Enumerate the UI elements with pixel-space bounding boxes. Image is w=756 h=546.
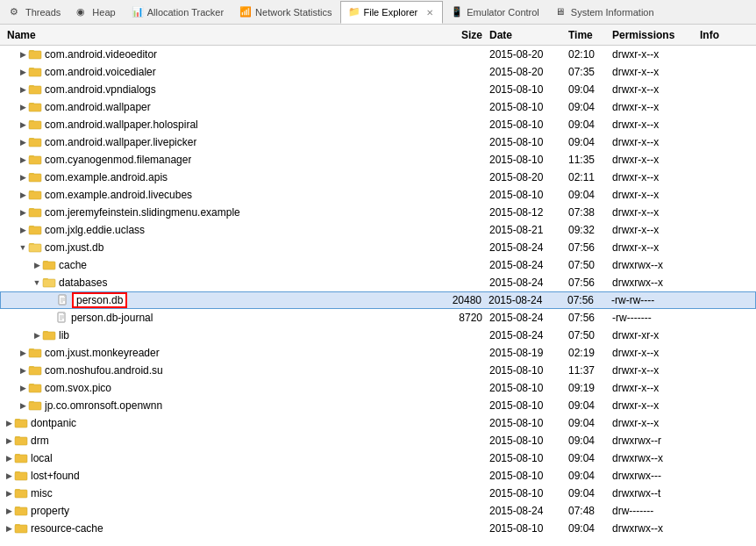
expand-button[interactable]: ▶ <box>4 523 14 534</box>
tab-heap[interactable]: ◉Heap <box>68 1 123 24</box>
file-name-cell: ▶com.jeremyfeinstein.slidingmenu.example <box>4 206 437 219</box>
table-row[interactable]: ▶com.noshufou.android.su2015-08-1011:37d… <box>0 362 756 379</box>
table-row[interactable]: person.db204802015-08-2407:56-rw-rw---- <box>0 291 756 309</box>
tab-bar: ⚙Threads◉Heap📊Allocation Tracker📶Network… <box>0 0 756 25</box>
svg-rect-27 <box>43 279 55 287</box>
expand-button[interactable]: ▶ <box>32 330 42 341</box>
expand-button[interactable]: ▶ <box>18 102 28 112</box>
svg-rect-25 <box>43 262 55 269</box>
table-row[interactable]: ▶com.jxust.monkeyreader2015-08-1902:19dr… <box>0 344 756 362</box>
expand-button[interactable]: ▼ <box>32 277 42 288</box>
table-row[interactable]: ▶misc2015-08-1009:04drwxrwx--t <box>0 485 756 502</box>
expand-button[interactable]: ▶ <box>18 49 28 60</box>
network-icon: 📶 <box>239 6 252 18</box>
file-permissions: drwxr-x--x <box>612 83 700 96</box>
expand-button[interactable]: ▶ <box>18 137 28 147</box>
table-row[interactable]: ▶property2015-08-2407:48drw------- <box>0 502 756 520</box>
table-row[interactable]: ▶local2015-08-1009:04drwxrwx--x <box>0 449 756 467</box>
table-row[interactable]: ▶cache2015-08-2407:50drwxrwx--x <box>0 256 756 274</box>
file-date: 2015-08-10 <box>489 452 568 464</box>
file-permissions: drwxr-x--x <box>612 189 700 201</box>
file-name-cell: ▶com.example.android.livecubes <box>4 189 437 201</box>
expand-button[interactable]: ▶ <box>18 67 28 77</box>
table-row[interactable]: ▶com.android.voicedialer2015-08-2007:35d… <box>0 63 756 81</box>
table-row[interactable]: ▼databases2015-08-2407:56drwxrwx--x <box>0 274 756 291</box>
table-row[interactable]: ▶com.svox.pico2015-08-1009:19drwxr-x--x <box>0 379 756 397</box>
file-date: 2015-08-21 <box>489 224 568 236</box>
table-row[interactable]: ▶com.jeremyfeinstein.slidingmenu.example… <box>0 204 756 221</box>
expand-button[interactable]: ▶ <box>18 348 28 358</box>
expand-button[interactable]: ▶ <box>18 207 28 218</box>
folder-icon <box>28 171 42 183</box>
file-time: 09:32 <box>568 224 612 236</box>
file-permissions: drwxr-x--x <box>612 382 700 394</box>
table-row[interactable]: person.db-journal87202015-08-2407:56-rw-… <box>0 309 756 327</box>
file-name-text: com.cyanogenmod.filemanager <box>45 154 191 166</box>
svg-rect-49 <box>15 437 27 445</box>
expand-button[interactable]: ▶ <box>4 471 14 481</box>
folder-icon <box>28 189 42 201</box>
file-permissions: drwxr-x--x <box>612 347 700 359</box>
table-row[interactable]: ▶lost+found2015-08-1009:04drwxrwx--- <box>0 467 756 485</box>
expand-button[interactable]: ▶ <box>4 506 14 516</box>
tab-network[interactable]: 📶Network Statistics <box>232 1 339 24</box>
col-time-header: Time <box>568 29 612 41</box>
expand-button[interactable]: ▼ <box>18 242 28 253</box>
table-row[interactable]: ▶drm2015-08-1009:04drwxrwx--r <box>0 432 756 449</box>
file-date: 2015-08-10 <box>489 417 568 429</box>
expand-button[interactable]: ▶ <box>4 453 14 463</box>
file-name-cell: ▶com.cyanogenmod.filemanager <box>4 154 437 166</box>
table-row[interactable]: ▶dontpanic2015-08-1009:04drwxr-x--x <box>0 414 756 432</box>
table-row[interactable]: ▶com.android.wallpaper.livepicker2015-08… <box>0 133 756 151</box>
expand-button[interactable]: ▶ <box>18 400 28 411</box>
table-row[interactable]: ▶com.android.wallpaper2015-08-1009:04drw… <box>0 98 756 116</box>
file-date: 2015-08-10 <box>489 189 568 201</box>
expand-button[interactable]: ▶ <box>18 190 28 200</box>
expand-button[interactable]: ▶ <box>4 418 14 428</box>
file-name-cell: ▶local <box>4 452 437 464</box>
table-row[interactable]: ▶com.android.wallpaper.holospiral2015-08… <box>0 116 756 133</box>
table-row[interactable]: ▶resource-cache2015-08-1009:04drwxrwx--x <box>0 520 756 537</box>
tab-label-threads: Threads <box>25 7 61 18</box>
expand-button[interactable]: ▶ <box>18 119 28 130</box>
expand-button[interactable]: ▶ <box>4 488 14 499</box>
expand-button[interactable]: ▶ <box>32 260 42 270</box>
table-row[interactable]: ▶com.android.videoeditor2015-08-2002:10d… <box>0 46 756 63</box>
file-permissions: drwxr-x--x <box>612 364 700 377</box>
expand-button[interactable]: ▶ <box>18 383 28 393</box>
table-row[interactable]: ▶jp.co.omronsoft.openwnn2015-08-1009:04d… <box>0 397 756 414</box>
svg-rect-19 <box>29 209 41 217</box>
file-time: 07:35 <box>568 66 612 78</box>
expand-button[interactable]: ▶ <box>18 365 28 376</box>
file-date: 2015-08-20 <box>489 48 568 61</box>
tab-file-explorer[interactable]: 📁File Explorer✕ <box>340 1 444 24</box>
table-row[interactable]: ▶com.cyanogenmod.filemanager2015-08-1011… <box>0 151 756 169</box>
expand-button[interactable]: ▶ <box>18 225 28 235</box>
file-time: 09:04 <box>568 470 612 482</box>
folder-icon <box>42 277 56 289</box>
tab-close-file-explorer[interactable]: ✕ <box>424 8 435 18</box>
expand-button[interactable]: ▶ <box>18 172 28 183</box>
table-row[interactable]: ▶lib2015-08-2407:50drwxr-xr-x <box>0 327 756 344</box>
expand-button[interactable]: ▶ <box>18 154 28 165</box>
file-name-text: cache <box>59 259 87 271</box>
expand-button[interactable]: ▶ <box>18 84 28 95</box>
table-row[interactable]: ▶com.example.android.apis2015-08-2002:11… <box>0 169 756 186</box>
table-row[interactable]: ▶com.android.vpndialogs2015-08-1009:04dr… <box>0 81 756 98</box>
file-time: 09:04 <box>568 417 612 429</box>
tab-sysinfo[interactable]: 🖥System Information <box>547 1 662 24</box>
table-row[interactable]: ▶com.jxlg.eddie.uclass2015-08-2109:32drw… <box>0 221 756 239</box>
tab-allocation[interactable]: 📊Allocation Tracker <box>124 1 232 24</box>
tab-threads[interactable]: ⚙Threads <box>2 1 68 24</box>
table-row[interactable]: ▶com.example.android.livecubes2015-08-10… <box>0 186 756 204</box>
expand-button[interactable]: ▶ <box>4 435 14 446</box>
tab-label-sysinfo: System Information <box>571 7 654 18</box>
file-name-text: local <box>31 452 53 464</box>
svg-rect-7 <box>29 104 41 111</box>
file-name-cell: ▶com.jxust.monkeyreader <box>4 347 437 359</box>
file-permissions: drwxr-x--x <box>612 241 700 254</box>
tab-emulator[interactable]: 📱Emulator Control <box>443 1 547 24</box>
table-row[interactable]: ▼com.jxust.db2015-08-2407:56drwxr-x--x <box>0 239 756 256</box>
svg-rect-11 <box>29 139 41 147</box>
file-time: 09:04 <box>568 452 612 464</box>
